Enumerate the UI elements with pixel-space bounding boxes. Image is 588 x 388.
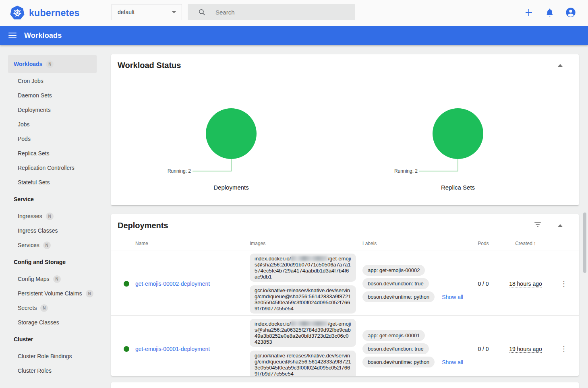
namespace-selector[interactable]: default (112, 4, 182, 20)
filter-button[interactable] (534, 222, 542, 227)
label-chip: boson.dev/function: true (362, 343, 429, 354)
sidebar-item-persistent-volume-claims[interactable]: Persistent Volume Claims N (0, 286, 105, 301)
name-cell: get-emojis-00001-deployment (135, 345, 243, 353)
relative-time: 19 hours ago (509, 346, 542, 352)
search-icon (198, 8, 206, 16)
new-badge: N (46, 213, 54, 220)
sidebar-item-storage-classes[interactable]: Storage Classes (0, 315, 105, 330)
callout-line (193, 171, 231, 171)
table-row: get-emojis-00002-deployment index.docker… (111, 250, 579, 315)
sidebar-item-workloads[interactable]: Workloads N (8, 55, 97, 73)
sidebar-item-stateful-sets[interactable]: Stateful Sets (0, 175, 105, 190)
search-input[interactable] (215, 9, 336, 16)
show-all-link[interactable]: Show all (442, 359, 463, 365)
label-chip: boson.dev/runtime: python (362, 357, 435, 367)
sidebar-item-cluster-roles[interactable]: Cluster Roles (0, 363, 105, 378)
table-row: get-emojis-00001-deployment index.docker… (111, 315, 579, 376)
pie-slice-running[interactable] (433, 108, 483, 159)
collapse-card-button[interactable] (558, 224, 563, 227)
deployments-card-header: Deployments (111, 214, 579, 237)
filter-icon (534, 222, 541, 223)
kubernetes-logo-icon (10, 5, 25, 21)
sidebar-item-ingresses[interactable]: Ingresses N (0, 209, 105, 223)
deployment-link[interactable]: get-emojis-00001-deployment (135, 346, 210, 352)
pods-cell: 0 / 0 (467, 346, 499, 352)
menu-cell: ⋮ (552, 345, 576, 353)
workload-status-card: Workload Status Running: 2 Deployments R… (111, 54, 579, 205)
sidebar-item-replication-controllers[interactable]: Replication Controllers (0, 161, 105, 175)
labels-cell: app: get-emojis-00001 boson.dev/function… (362, 316, 467, 376)
row-actions-menu-button[interactable]: ⋮ (560, 345, 567, 353)
avatar-icon (565, 7, 576, 18)
sidebar-item-replica-sets[interactable]: Replica Sets (0, 146, 105, 161)
column-header-labels[interactable]: Labels (362, 241, 467, 246)
hamburger-icon (8, 33, 17, 33)
deployments-title: Deployments (118, 221, 168, 230)
status-cell (118, 346, 135, 352)
sidebar-item-cluster-role-bindings[interactable]: Cluster Role Bindings (0, 349, 105, 363)
table-header-row: Name Images Labels Pods Created↑ (111, 237, 579, 250)
create-resource-button[interactable] (523, 7, 534, 18)
sidebar-item-pods[interactable]: Pods (0, 132, 105, 146)
sidebar-item-ingress-classes[interactable]: Ingress Classes (0, 223, 105, 238)
menu-toggle-button[interactable] (8, 33, 17, 38)
kebab-icon: ⋮ (560, 345, 567, 353)
deployments-pie-chart: Running: 2 Deployments (111, 54, 345, 205)
deployments-card: Deployments Name Images Labels Pods Crea… (111, 214, 579, 376)
sidebar-section-service: Service (0, 192, 105, 206)
pods-cell: 0 / 0 (467, 281, 499, 287)
sidebar-item-secrets[interactable]: Secrets N (0, 301, 105, 315)
created-cell: 19 hours ago (499, 346, 552, 352)
pie-slice-running[interactable] (206, 108, 257, 159)
bell-icon (545, 8, 555, 17)
sidebar-section-config-and-storage: Config and Storage (0, 255, 105, 269)
namespace-value: default (118, 9, 135, 15)
created-cell: 18 hours ago (499, 281, 552, 287)
callout-label: Running: 2 (135, 168, 191, 174)
redacted-registry-user (291, 321, 328, 326)
redacted-registry-user (291, 256, 328, 261)
callout-label: Running: 2 (362, 168, 418, 174)
chart-title: Replica Sets (341, 184, 575, 191)
column-header-pods[interactable]: Pods (467, 241, 499, 246)
sidebar-item-cron-jobs[interactable]: Cron Jobs (0, 74, 105, 88)
kebab-icon: ⋮ (560, 280, 567, 288)
top-header: kubernetes default (0, 0, 588, 26)
chart-title: Deployments (114, 184, 348, 191)
column-header-created[interactable]: Created↑ (499, 241, 552, 246)
user-profile-button[interactable] (565, 7, 576, 18)
search-bar[interactable] (188, 4, 355, 20)
relative-time: 18 hours ago (509, 281, 542, 287)
new-badge: N (53, 275, 61, 283)
new-badge: N (43, 241, 51, 249)
images-cell: index.docker.io//get-emojis@sha256:2a063… (243, 316, 362, 376)
sidebar-item-jobs[interactable]: Jobs (0, 117, 105, 132)
sidebar-item-daemon-sets[interactable]: Daemon Sets (0, 88, 105, 103)
name-cell: get-emojis-00002-deployment (135, 280, 243, 287)
sidebar-nav: Workloads N Cron Jobs Daemon Sets Deploy… (0, 45, 105, 388)
callout-line (231, 159, 232, 171)
column-header-name[interactable]: Name (135, 241, 243, 246)
image-chip: gcr.io/knative-releases/knative.dev/serv… (250, 351, 356, 376)
notifications-button[interactable] (544, 7, 555, 18)
page-title: Workloads (24, 31, 62, 40)
vertical-scrollbar[interactable] (583, 213, 586, 273)
sidebar-item-deployments[interactable]: Deployments (0, 103, 105, 117)
labels-cell: app: get-emojis-00002 boson.dev/function… (362, 250, 467, 317)
column-header-images[interactable]: Images (243, 241, 362, 246)
replica-sets-pie-chart: Running: 2 Replica Sets (338, 54, 571, 205)
deployment-link[interactable]: get-emojis-00002-deployment (135, 281, 210, 287)
new-badge: N (46, 60, 54, 68)
images-cell: index.docker.io//get-emojis@sha256:2d0d9… (243, 250, 362, 317)
sidebar-section-cluster: Cluster (0, 332, 105, 347)
show-all-link[interactable]: Show all (442, 294, 463, 300)
kubernetes-logo[interactable]: kubernetes (10, 5, 80, 21)
new-badge: N (86, 290, 93, 297)
row-actions-menu-button[interactable]: ⋮ (560, 280, 567, 287)
image-chip: index.docker.io//get-emojis@sha256:2d0d9… (250, 254, 356, 282)
sidebar-item-config-maps[interactable]: Config Maps N (0, 272, 105, 286)
app-bar: Workloads (0, 26, 588, 45)
new-badge: N (40, 304, 48, 312)
plus-icon (524, 8, 534, 17)
sidebar-item-services[interactable]: Services N (0, 238, 105, 252)
